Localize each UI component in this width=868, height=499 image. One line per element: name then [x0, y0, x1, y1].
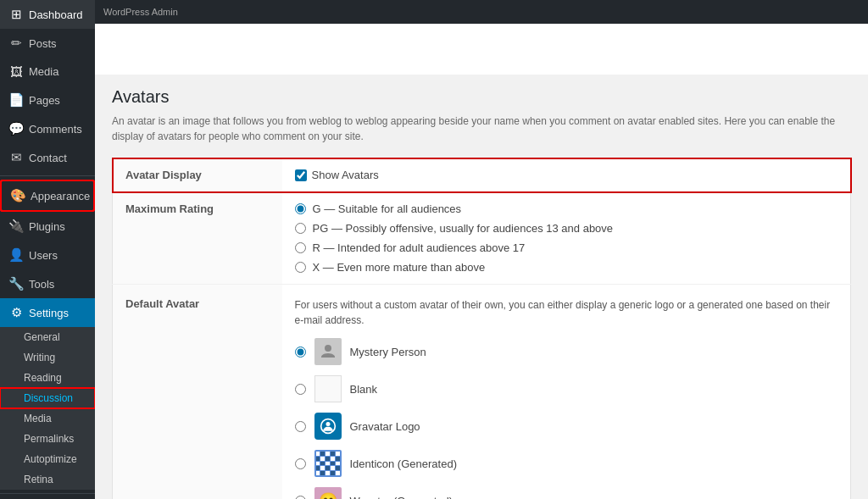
avatar-identicon-radio[interactable]: [295, 458, 306, 469]
sidebar-item-label: Comments: [29, 123, 82, 136]
avatar-mystery-label: Mystery Person: [350, 346, 426, 358]
avatar-option-mystery: Mystery Person: [295, 338, 838, 365]
avatar-gravatar-label: Gravatar Logo: [350, 420, 420, 433]
sidebar-item-comments[interactable]: 💬 Comments: [0, 114, 95, 143]
settings-icon: ⚙: [8, 305, 24, 320]
default-avatar-label: Default Avatar: [113, 285, 282, 500]
mystery-person-icon: [314, 338, 342, 365]
show-avatars-checkbox[interactable]: [295, 169, 307, 181]
avatar-option-gravatar: Gravatar Logo: [295, 413, 838, 440]
maximum-rating-label: Maximum Rating: [113, 192, 282, 285]
maximum-rating-cell: G — Suitable for all audiences PG — Poss…: [282, 192, 851, 285]
submenu-item-media[interactable]: Media: [0, 408, 95, 429]
submenu-item-autoptimize[interactable]: Autoptimize: [0, 449, 95, 469]
rating-r-radio[interactable]: [295, 242, 306, 253]
submenu-item-retina[interactable]: Retina: [0, 469, 95, 490]
avatar-display-label: Avatar Display: [113, 158, 282, 192]
avatar-wavatar-label: Wavatar (Generated): [350, 495, 453, 500]
avatar-gravatar-radio[interactable]: [295, 421, 306, 432]
avatar-option-wavatar: 😊 Wavatar (Generated): [295, 487, 838, 499]
sidebar-item-label: Tools: [29, 278, 54, 291]
default-avatar-description: For users without a custom avatar of the…: [295, 297, 838, 328]
sidebar-item-label: Users: [29, 249, 58, 262]
blank-icon: [314, 375, 342, 402]
dashboard-icon: ⊞: [8, 7, 24, 22]
submenu-item-writing[interactable]: Writing: [0, 347, 95, 368]
main-content: WordPress Admin Avatars An avatar is an …: [95, 0, 868, 499]
comments-icon: 💬: [8, 121, 24, 136]
sidebar-item-label: Media: [29, 65, 58, 78]
rating-x-radio[interactable]: [295, 262, 306, 273]
sidebar-item-plugins[interactable]: 🔌 Plugins: [0, 212, 95, 241]
show-avatars-control: Show Avatars: [295, 169, 838, 181]
sidebar-item-label: Plugins: [29, 220, 65, 233]
sidebar-item-pages[interactable]: 📄 Pages: [0, 86, 95, 114]
sidebar-item-media[interactable]: 🖼 Media: [0, 58, 95, 86]
sidebar-item-label: Dashboard: [29, 8, 83, 21]
section-title: Avatars: [112, 87, 851, 107]
submenu-item-general[interactable]: General: [0, 327, 95, 347]
rating-radio-group: G — Suitable for all audiences PG — Poss…: [295, 202, 838, 274]
sidebar-item-settings[interactable]: ⚙ Settings: [0, 298, 95, 327]
submenu-item-discussion[interactable]: Discussion: [0, 388, 95, 408]
avatar-mystery-radio[interactable]: [295, 347, 306, 358]
settings-submenu: General Writing Reading Discussion Media…: [0, 327, 95, 490]
sidebar-item-appearance[interactable]: 🎨 Appearance: [0, 180, 95, 212]
rating-r: R — Intended for adult audiences above 1…: [295, 241, 838, 254]
avatar-wavatar-radio[interactable]: [295, 496, 306, 500]
sidebar-item-tools[interactable]: 🔧 Tools: [0, 269, 95, 298]
pages-icon: 📄: [8, 92, 24, 108]
sidebar-item-users[interactable]: 👤 Users: [0, 241, 95, 269]
rating-x-label: X — Even more mature than above: [313, 261, 486, 274]
submenu-label: Discussion: [24, 392, 73, 404]
content-area: Avatars An avatar is an image that follo…: [95, 24, 868, 499]
avatar-identicon-label: Identicon (Generated): [350, 457, 457, 470]
submenu-label: Permalinks: [24, 433, 74, 445]
avatar-display-row: Avatar Display Show Avatars: [113, 158, 851, 192]
sidebar-item-dashboard[interactable]: ⊞ Dashboard: [0, 0, 95, 29]
submenu-item-permalinks[interactable]: Permalinks: [0, 429, 95, 449]
appearance-icon: 🎨: [10, 188, 25, 203]
default-avatar-row: Default Avatar For users without a custo…: [113, 285, 851, 500]
submenu-item-reading[interactable]: Reading: [0, 368, 95, 388]
gravatar-logo-icon: [314, 413, 342, 440]
section-description: An avatar is an image that follows you f…: [112, 114, 851, 144]
users-icon: 👤: [8, 247, 24, 263]
avatar-blank-label: Blank: [350, 383, 378, 396]
avatar-option-identicon: Identicon (Generated): [295, 450, 838, 477]
submenu-label: Media: [24, 413, 52, 424]
sidebar: ⊞ Dashboard ✏ Posts 🖼 Media 📄 Pages 💬 Co…: [0, 0, 95, 499]
rating-x: X — Even more mature than above: [295, 261, 838, 274]
rating-pg-label: PG — Possibly offensive, usually for aud…: [313, 222, 614, 235]
settings-content: Avatars An avatar is an image that follo…: [95, 75, 868, 499]
sidebar-item-label: Contact: [29, 152, 67, 164]
posts-icon: ✏: [8, 36, 24, 51]
svg-point-0: [325, 345, 331, 352]
sidebar-item-label: Appearance: [31, 190, 90, 202]
rating-r-label: R — Intended for adult audiences above 1…: [313, 241, 526, 254]
media-icon: 🖼: [8, 64, 24, 79]
rating-pg-radio[interactable]: [295, 223, 306, 234]
admin-bar-label: WordPress Admin: [103, 7, 178, 17]
scroll-top-area: [95, 24, 868, 75]
submenu-label: Autoptimize: [24, 453, 77, 465]
show-avatars-label: Show Avatars: [312, 169, 379, 181]
avatar-blank-radio[interactable]: [295, 384, 306, 395]
submenu-label: General: [24, 331, 60, 343]
sidebar-divider: [0, 175, 95, 176]
rating-g-label: G — Suitable for all audiences: [313, 202, 462, 215]
sidebar-item-posts[interactable]: ✏ Posts: [0, 29, 95, 58]
svg-point-2: [326, 422, 330, 426]
sidebar-divider-2: [0, 493, 95, 494]
submenu-label: Retina: [24, 474, 53, 485]
rating-g-radio[interactable]: [295, 203, 306, 214]
avatar-option-blank: Blank: [295, 375, 838, 402]
maximum-rating-row: Maximum Rating G — Suitable for all audi…: [113, 192, 851, 285]
submenu-label: Writing: [24, 352, 55, 363]
settings-table: Avatar Display Show Avatars Maximum Rati…: [112, 158, 851, 499]
identicon-icon: [314, 450, 342, 477]
rating-pg: PG — Possibly offensive, usually for aud…: [295, 222, 838, 235]
contact-icon: ✉: [8, 150, 24, 165]
sidebar-item-label: Pages: [29, 94, 60, 107]
sidebar-item-contact[interactable]: ✉ Contact: [0, 143, 95, 172]
